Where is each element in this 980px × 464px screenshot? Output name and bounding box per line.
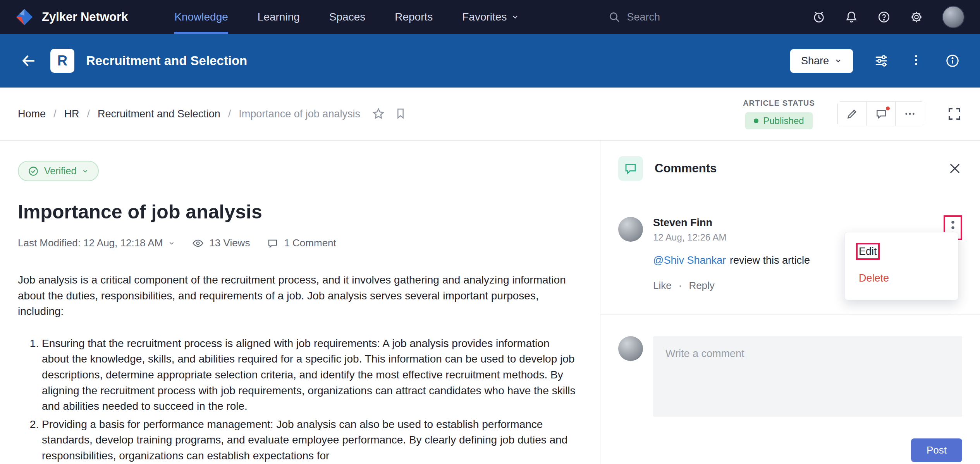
comments-chat-icon <box>618 156 643 181</box>
breadcrumb-hr[interactable]: HR <box>64 108 79 120</box>
comment-composer-section: Post <box>600 314 980 462</box>
breadcrumb-home[interactable]: Home <box>18 108 46 120</box>
article-quick-icons <box>372 107 407 120</box>
breadcrumb-space[interactable]: Recruitment and Selection <box>98 108 220 120</box>
comment-bubble-icon <box>267 237 279 249</box>
comment-timestamp: 12 Aug, 12:26 AM <box>653 232 810 243</box>
unread-comment-dot <box>886 107 890 110</box>
comment-context-menu: Edit Delete <box>844 232 958 300</box>
more-options-kebab-icon[interactable] <box>910 53 924 68</box>
zylker-logo-icon <box>15 8 33 26</box>
status-badge[interactable]: Published <box>745 112 812 129</box>
search-input[interactable] <box>627 11 727 23</box>
article: Verified Importance of job analysis Last… <box>0 141 600 464</box>
page: Zylker Network Knowledge Learning Spaces… <box>0 0 980 464</box>
article-title: Importance of job analysis <box>18 201 577 223</box>
article-list: Ensuring that the recruitment process is… <box>18 336 577 464</box>
fullscreen-icon[interactable] <box>947 106 962 122</box>
brand-name: Zylker Network <box>42 10 128 24</box>
article-comments-button[interactable] <box>867 102 895 126</box>
current-user-avatar <box>618 336 643 361</box>
edit-article-button[interactable] <box>838 102 867 126</box>
comment-input[interactable] <box>653 336 962 417</box>
breadcrumb-bar: Home / HR / Recruitment and Selection / … <box>0 88 980 141</box>
chevron-down-icon <box>511 13 519 21</box>
comment-content: Steven Finn 12 Aug, 12:26 AM @Shiv Shank… <box>653 217 810 292</box>
user-avatar[interactable] <box>942 6 965 28</box>
mention-link[interactable]: @Shiv Shankar <box>653 254 726 266</box>
tab-spaces[interactable]: Spaces <box>329 0 365 34</box>
commenter-avatar <box>618 217 643 242</box>
ellipsis-icon <box>904 108 916 120</box>
tab-learning[interactable]: Learning <box>258 0 300 34</box>
comment-count[interactable]: 1 Comment <box>267 237 336 249</box>
article-status-area: ARTICLE STATUS Published <box>743 99 962 129</box>
close-icon[interactable] <box>947 161 962 176</box>
share-button[interactable]: Share <box>790 49 853 73</box>
filter-sliders-icon[interactable] <box>874 53 889 68</box>
search-icon <box>608 11 621 23</box>
space-badge: R <box>50 49 74 73</box>
comments-header: Comments <box>618 156 962 181</box>
topnav-icons <box>812 6 965 28</box>
chevron-down-icon <box>82 168 89 175</box>
post-button[interactable]: Post <box>911 438 962 462</box>
help-icon[interactable] <box>877 10 891 24</box>
reply-button[interactable]: Reply <box>689 280 714 292</box>
eye-icon <box>192 237 204 249</box>
brand[interactable]: Zylker Network <box>15 0 128 34</box>
main-content: Verified Importance of job analysis Last… <box>0 141 980 464</box>
comments-title: Comments <box>655 162 717 175</box>
activity-clock-icon[interactable] <box>812 10 826 24</box>
notifications-bell-icon[interactable] <box>844 10 858 24</box>
article-status: ARTICLE STATUS Published <box>743 99 815 129</box>
article-list-item: Providing a basis for performance manage… <box>42 417 577 464</box>
more-actions-button[interactable] <box>895 102 924 126</box>
post-row: Post <box>618 438 962 462</box>
top-navbar: Zylker Network Knowledge Learning Spaces… <box>0 0 980 34</box>
settings-gear-icon[interactable] <box>910 10 923 24</box>
comment-bubble-icon <box>875 108 887 120</box>
menu-item-edit[interactable]: Edit <box>845 242 958 261</box>
favorite-star-icon[interactable] <box>372 107 385 120</box>
views-count: 13 Views <box>192 237 250 249</box>
tab-favorites[interactable]: Favorites <box>462 0 519 34</box>
comments-panel: Comments Steven Finn 12 Aug, 12:26 AM @S… <box>600 141 980 464</box>
tab-knowledge[interactable]: Knowledge <box>174 0 228 34</box>
commenter-name[interactable]: Steven Finn <box>653 217 810 229</box>
bookmark-icon[interactable] <box>394 107 407 120</box>
article-body: Job analysis is a critical component of … <box>18 272 577 464</box>
article-meta: Last Modified: 12 Aug, 12:18 AM 13 Views <box>18 237 577 249</box>
comment-text: @Shiv Shankarreview this article <box>653 254 810 266</box>
last-modified[interactable]: Last Modified: 12 Aug, 12:18 AM <box>18 237 175 249</box>
back-arrow-icon[interactable] <box>20 52 37 69</box>
status-dot <box>754 119 758 123</box>
divider <box>600 195 980 195</box>
verified-badge[interactable]: Verified <box>18 161 99 181</box>
article-toolbar <box>837 101 924 126</box>
space-title: Recruitment and Selection <box>86 53 247 68</box>
primary-nav: Knowledge Learning Spaces Reports Favori… <box>174 0 519 34</box>
article-status-label: ARTICLE STATUS <box>743 99 815 108</box>
article-intro: Job analysis is a critical component of … <box>18 272 577 320</box>
check-circle-icon <box>28 166 39 177</box>
space-actions: Share <box>790 49 960 73</box>
breadcrumb-current: Importance of job analysis <box>239 108 360 120</box>
menu-item-delete[interactable]: Delete <box>845 268 958 288</box>
article-list-item: Ensuring that the recruitment process is… <box>42 336 577 414</box>
chevron-down-icon <box>168 240 175 247</box>
comment-actions: Like · Reply <box>653 280 810 292</box>
space-header: R Recruitment and Selection Share <box>0 34 980 88</box>
tab-reports[interactable]: Reports <box>395 0 433 34</box>
info-icon[interactable] <box>945 53 960 68</box>
global-search[interactable] <box>608 11 727 23</box>
comment-composer <box>618 336 962 417</box>
pencil-icon <box>846 108 858 120</box>
like-button[interactable]: Like <box>653 280 672 292</box>
breadcrumb: Home / HR / Recruitment and Selection / … <box>18 108 360 120</box>
chevron-down-icon <box>834 57 842 65</box>
